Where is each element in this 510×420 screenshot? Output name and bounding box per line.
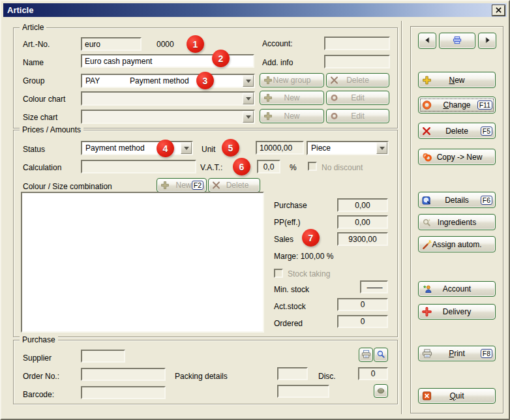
purchase-price-label: Purchase [274, 201, 307, 210]
arrow-right-icon [484, 37, 491, 46]
group-code: PAY [85, 76, 130, 85]
change-button[interactable]: Change F11 [418, 97, 496, 113]
status-dropdown[interactable]: Payment method [81, 141, 193, 155]
supplier-search-button[interactable] [374, 348, 388, 362]
ingredients-button[interactable]: Ingredients [418, 214, 496, 230]
red-plus-icon [422, 307, 432, 317]
new-group-button: New group [260, 73, 324, 87]
vat-label: V.A.T.: [200, 163, 222, 172]
delete-button[interactable]: Delete F5 [418, 123, 496, 139]
window-title: Article [7, 5, 33, 15]
article-window: Article Article Art.-No. euro 0000 1 Acc… [0, 0, 510, 420]
step-badge-4: 4 [157, 140, 174, 157]
percent-sign: % [290, 163, 297, 172]
account-button[interactable]: Account [418, 281, 496, 297]
fkey-badge: F5 [481, 127, 492, 136]
chevron-down-icon [246, 80, 251, 83]
purchase-group-legend: Purchase [20, 336, 58, 344]
seal-button[interactable] [374, 384, 388, 398]
colour-chart-label: Colour chart [23, 95, 65, 104]
size-chart-label: Size chart [23, 113, 57, 122]
status-dropdown-arrow[interactable] [181, 142, 192, 154]
delete-combination-button: Delete [208, 178, 260, 192]
unit-input[interactable]: 10000,00 [256, 141, 304, 155]
magnifier-icon [376, 350, 385, 361]
ring-icon [330, 94, 338, 102]
group-value: Payment method [130, 76, 189, 85]
art-no-input[interactable]: euro [81, 37, 142, 51]
calculation-label: Calculation [23, 163, 61, 172]
quit-x-icon [422, 391, 432, 401]
combination-label: Colour / Size combination [23, 182, 112, 191]
disc-label: Disc. [318, 372, 336, 381]
stock-taking-checkbox [274, 269, 283, 278]
art-no-label: Art.-No. [23, 40, 50, 49]
art-no-extra: 0000 [157, 40, 174, 49]
step-badge-7: 7 [302, 229, 320, 247]
add-info-input [324, 55, 390, 68]
barcode-label: Barcode: [23, 390, 54, 399]
sales-label: Sales [274, 235, 293, 244]
stock-taking-label: Stock taking [288, 269, 330, 278]
step-badge-3: 3 [196, 72, 214, 89]
print-button[interactable]: Print F8 [418, 346, 496, 361]
group-dropdown[interactable]: PAY Payment method [81, 74, 255, 88]
magic-wand-icon [422, 239, 432, 249]
vat-input[interactable]: 0,0 [257, 160, 280, 173]
close-icon [496, 5, 502, 15]
ring-icon [330, 112, 338, 121]
min-stock-input: —— [360, 280, 388, 293]
step-badge-6: 6 [233, 158, 250, 175]
copy-to-new-button[interactable]: Copy -> New [418, 149, 496, 165]
seal-icon [376, 386, 385, 397]
colour-chart-dropdown [81, 91, 255, 106]
new-size-chart-button: New [260, 109, 324, 123]
account-input [324, 37, 390, 50]
assign-autom-button[interactable]: Assign autom. [418, 236, 496, 252]
supplier-input [81, 350, 125, 363]
printer-icon [361, 350, 371, 361]
supplier-print-button[interactable] [359, 348, 373, 362]
orange-ring-icon [422, 100, 432, 110]
plus-icon [263, 76, 273, 85]
combination-listbox[interactable] [21, 192, 264, 333]
sales-input[interactable]: 9300,00 [337, 232, 388, 246]
edit-size-chart-button: Edit [326, 109, 389, 123]
step-badge-5: 5 [222, 139, 239, 157]
printer-icon [422, 349, 432, 359]
x-icon [212, 181, 220, 190]
prev-record-button[interactable] [418, 33, 436, 49]
add-info-label: Add. info [262, 58, 293, 67]
details-button[interactable]: Details F6 [418, 192, 496, 208]
chevron-down-icon [184, 147, 189, 150]
packing-input [277, 367, 308, 380]
calculation-input [81, 160, 196, 173]
new-button[interactable]: New [418, 72, 496, 88]
packing-details-label: Packing details [175, 372, 228, 381]
size-chart-dropdown [81, 110, 255, 124]
act-stock-label: Act.stock [274, 302, 306, 311]
plus-icon [422, 75, 432, 85]
chevron-down-icon [246, 115, 251, 119]
article-group-legend: Article [20, 23, 46, 32]
unit-uom-dropdown[interactable]: Piece [307, 141, 389, 155]
ordered-label: Ordered [274, 319, 303, 328]
close-button[interactable] [492, 5, 505, 16]
browse-records-button[interactable] [439, 33, 475, 49]
x-icon [330, 76, 338, 85]
delivery-button[interactable]: Delivery [418, 304, 496, 320]
min-stock-label: Min. stock [274, 285, 309, 294]
unit-uom-dropdown-arrow[interactable] [376, 142, 387, 154]
step-badge-1: 1 [187, 35, 204, 53]
person-star-icon [422, 284, 432, 294]
fkey-badge: F6 [481, 196, 492, 205]
next-record-button[interactable] [478, 33, 496, 49]
unit-uom-value: Piece [311, 143, 331, 153]
prices-group-legend: Prices / Amounts [20, 126, 83, 134]
group-dropdown-arrow[interactable] [243, 75, 254, 87]
quit-button[interactable]: Quit [418, 388, 496, 404]
unit-label: Unit [202, 145, 215, 154]
size-chart-dropdown-arrow [243, 111, 254, 123]
titlebar: Article [3, 3, 507, 17]
colour-chart-dropdown-arrow [243, 93, 254, 104]
